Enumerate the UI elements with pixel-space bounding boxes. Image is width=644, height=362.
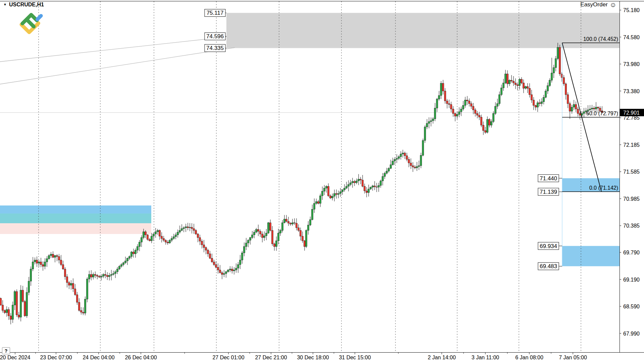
candle [193,229,195,230]
candle [368,189,370,193]
candle [179,230,181,232]
candle [8,309,10,316]
candle [280,230,281,233]
y-axis-label: 69.790 [623,250,640,255]
candle [537,103,539,107]
candle [89,275,90,279]
x-axis-label: 7 Jan 05:00 [559,355,587,360]
trendline [0,37,226,62]
candle [465,100,466,105]
candle [579,114,581,115]
candle [384,173,386,176]
candle [278,233,279,241]
y-axis-label: 73.980 [623,61,640,67]
price-chart-canvas[interactable]: 100.0 (74.452)50.0 (72.797)0.0 (71.142)7… [0,0,644,362]
candle [163,238,165,240]
candle [436,99,438,108]
candle [304,241,306,246]
x-axis-time-scale[interactable]: 20 Dec 202423 Dec 07:0024 Dec 04:0026 De… [0,353,587,360]
candle [12,305,14,319]
candle [219,270,221,273]
candle [58,256,60,260]
candle [270,223,271,231]
candle [507,74,508,84]
candle [177,232,179,235]
trading-terminal-window: 100.0 (74.452)50.0 (72.797)0.0 (71.142)7… [0,0,644,362]
candle [541,102,543,104]
candle [310,220,311,225]
candle [344,188,345,190]
candle [346,186,347,188]
candle [87,279,88,299]
candle [370,187,372,189]
candle [471,104,472,106]
candle [91,275,92,277]
easyorder-panel-toggle[interactable]: EasyOrder ☺ [580,1,616,8]
candle [459,112,460,114]
candle [28,281,30,293]
candle [491,122,492,125]
candle [424,127,426,140]
candle [105,275,106,276]
candle [374,186,376,187]
candle [258,230,259,231]
candle [434,108,436,119]
fib-level-label: 0.0 (71.142) [589,185,618,191]
candle [452,109,454,113]
supply-zone-top [226,13,620,48]
candle [336,193,337,194]
help-button[interactable]: ? [2,347,10,354]
candle [244,247,245,253]
candle [334,193,335,196]
candle [85,299,86,313]
candle [338,193,339,194]
symbol-timeframe-label: USCRUDE,H1 [9,2,44,8]
candle [95,275,96,276]
candle [93,275,94,277]
candle [519,79,521,86]
candle [32,262,34,269]
candle [24,301,26,316]
candle [495,106,496,113]
candle [531,95,533,100]
candle [557,47,559,59]
candle [412,166,414,167]
candle [239,260,241,264]
candle [547,85,549,91]
candle [60,260,62,264]
candle [246,243,247,247]
candle [481,117,482,125]
candle [151,236,153,241]
candle [191,227,193,229]
candle [589,109,591,110]
candle [440,83,442,96]
price-level-text: 71.440 [540,175,557,182]
candle [461,109,462,112]
trendline [0,48,235,84]
left-zone-pink [0,223,151,234]
smiley-icon: ☺ [610,1,616,8]
candle [593,108,595,109]
candle [6,309,8,312]
candle [66,277,68,283]
candle [237,264,239,268]
candle [521,79,523,83]
candle [213,262,215,264]
candle [52,254,54,257]
candle [567,95,569,104]
candle [577,109,579,113]
candle [115,272,116,274]
x-axis-label: 23 Dec 07:00 [40,355,72,360]
candle [428,122,430,123]
candle [454,114,456,116]
candle [248,240,249,243]
symbol-selector[interactable]: ▼ USCRUDE,H1 [3,2,44,8]
candle [485,131,486,132]
candle [463,105,464,109]
y-axis-price-scale[interactable]: 75.18074.58073.98073.38072.78572.18571.5… [620,7,644,336]
candle [0,298,2,305]
candle [109,275,110,277]
candle [26,292,28,316]
x-axis-label: 31 Dec 15:00 [339,355,371,360]
candle [195,230,197,234]
